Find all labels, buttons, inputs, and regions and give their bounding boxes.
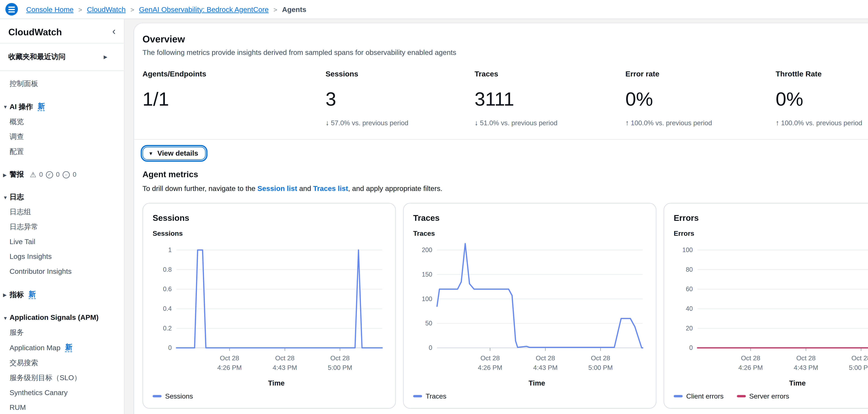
overview-title: Overview	[143, 34, 868, 45]
metric-value: 0%	[776, 88, 868, 111]
x-tick-label: Oct 28	[851, 354, 868, 362]
x-tick-label: 4:43 PM	[273, 364, 297, 371]
legend-color-dash	[153, 395, 162, 397]
breadcrumb-link[interactable]: GenAI Observability: Bedrock AgentCore	[139, 5, 269, 13]
sidebar-item-label: Live Tail	[9, 238, 35, 246]
overview-description: The following metrics provide insights d…	[143, 48, 868, 57]
traces-list-link[interactable]: Traces list	[313, 184, 348, 193]
x-axis-label: Time	[674, 379, 868, 387]
sidebar-item-label: 警报	[9, 171, 24, 178]
agent-metrics-heading: Agent metrics	[143, 169, 868, 179]
sidebar-item-label: Logs Insights	[9, 253, 52, 261]
legend-item-client-errors[interactable]: Client errors	[674, 393, 723, 400]
view-details-button[interactable]: ▼ View details	[143, 147, 206, 160]
y-tick-label: 0	[168, 344, 172, 351]
sidebar-title: CloudWatch	[8, 27, 62, 38]
legend-label: Traces	[426, 393, 446, 400]
triangle-down-icon: ▼	[3, 103, 8, 111]
y-tick-label: 0	[689, 344, 693, 351]
sidebar-item-label: Contributor Insights	[9, 268, 71, 276]
triangle-right-icon: ▶	[3, 171, 7, 179]
hamburger-menu-icon[interactable]	[5, 3, 18, 16]
triangle-right-icon: ▶	[3, 291, 7, 299]
alarm-count: 0	[56, 171, 60, 178]
sidebar-item-rum[interactable]: RUM	[0, 400, 124, 414]
x-tick-label: 5:00 PM	[588, 364, 613, 371]
metric-delta-text: 100.0% vs. previous period	[781, 119, 862, 126]
metric-delta-text: 51.0% vs. previous period	[480, 119, 557, 126]
errors-legend: Client errorsServer errors	[674, 393, 868, 400]
errors-chart-title: Errors	[674, 230, 868, 237]
divider	[134, 139, 868, 140]
sidebar-item-label: AI 操作	[9, 103, 33, 111]
collapse-sidebar-icon[interactable]: ‹	[112, 28, 116, 35]
sidebar-item-调查[interactable]: 调查	[0, 129, 124, 144]
metric-label: Throttle Rate	[776, 70, 868, 78]
x-tick-label: 4:43 PM	[533, 364, 558, 371]
x-tick-label: Oct 28	[741, 354, 760, 362]
sidebar-item-控制面板[interactable]: 控制面板	[0, 77, 124, 91]
session-list-link[interactable]: Session list	[257, 184, 297, 193]
breadcrumb-current: Agents	[282, 5, 306, 13]
metric-label: Error rate	[625, 70, 776, 78]
sidebar-item-favorites[interactable]: 收藏夹和最近访问 ▶	[0, 43, 124, 70]
sidebar-item-synthetics-canary[interactable]: Synthetics Canary	[0, 385, 124, 401]
sidebar-item-application-map[interactable]: Application Map新	[0, 340, 124, 356]
sidebar-item-contributor-insights[interactable]: Contributor Insights	[0, 264, 124, 279]
metric-value: 3	[326, 88, 475, 111]
overview-metrics: Agents/Endpoints1/1Sessions3↓57.0% vs. p…	[143, 70, 868, 127]
sidebar-item-label: 指标	[9, 291, 24, 299]
sidebar-item-服务级别目标-slo-[interactable]: 服务级别目标（SLO）	[0, 371, 124, 385]
sidebar-item-概览[interactable]: 概览	[0, 115, 124, 129]
y-tick-label: 0	[429, 344, 432, 351]
metric-error-rate: Error rate0%↑100.0% vs. previous period	[625, 70, 776, 127]
sidebar-item-指标[interactable]: ▶指标新	[0, 287, 124, 302]
metric-delta: ↓57.0% vs. previous period	[326, 119, 475, 127]
sidebar-item-配置[interactable]: 配置	[0, 144, 124, 159]
sidebar-item-label: 日志组	[9, 208, 31, 216]
sidebar-item-交易搜索[interactable]: 交易搜索	[0, 356, 124, 371]
legend-item-sessions[interactable]: Sessions	[153, 393, 193, 400]
legend-item-traces[interactable]: Traces	[413, 393, 446, 400]
x-tick-label: 5:00 PM	[328, 364, 352, 371]
x-tick-label: Oct 28	[480, 354, 500, 362]
sidebar-item-服务[interactable]: 服务	[0, 325, 124, 340]
alarm-counters: ⚠0✓0‒0	[30, 171, 76, 178]
sidebar-item-application-signals--apm-[interactable]: ▼Application Signals (APM)	[0, 310, 124, 325]
breadcrumb-separator: >	[273, 6, 277, 13]
errors-card-title: Errors	[674, 213, 868, 223]
sidebar-item-日志[interactable]: ▼日志	[0, 190, 124, 205]
sidebar-item-label: RUM	[9, 404, 26, 412]
sidebar-item-label: 配置	[9, 148, 24, 156]
arrow-down-icon: ↓	[475, 119, 478, 127]
sidebar-item-live-tail[interactable]: Live Tail	[0, 235, 124, 249]
warning-triangle-icon: ⚠	[30, 171, 36, 178]
breadcrumb-link[interactable]: Console Home	[26, 5, 73, 13]
traces-chart-title: Traces	[413, 230, 646, 237]
sidebar-item-label: 服务级别目标（SLO）	[9, 374, 81, 382]
sessions-chart-card: SessionsSessions10.80.60.40.20Oct 284:26…	[143, 203, 396, 409]
y-tick-label: 40	[686, 305, 693, 312]
sidebar-item-ai-操作[interactable]: ▼AI 操作新	[0, 99, 124, 115]
sidebar-item-label: Application Signals (APM)	[9, 314, 99, 322]
breadcrumb-link[interactable]: CloudWatch	[87, 5, 126, 13]
metric-delta-text: 57.0% vs. previous period	[331, 119, 408, 126]
sidebar-item-警报[interactable]: ▶警报⚠0✓0‒0	[0, 167, 124, 182]
legend-item-server-errors[interactable]: Server errors	[737, 393, 789, 400]
new-badge: 新	[65, 344, 72, 352]
x-tick-label: Oct 28	[796, 354, 815, 362]
sessions-card-title: Sessions	[153, 213, 386, 223]
sidebar-item-label: 调查	[9, 133, 24, 141]
sidebar-item-日志组[interactable]: 日志组	[0, 205, 124, 219]
sidebar-item-label: 日志异常	[9, 223, 38, 231]
x-tick-label: Oct 28	[220, 354, 239, 362]
sidebar-item-logs-insights[interactable]: Logs Insights	[0, 249, 124, 264]
breadcrumb-separator: >	[130, 6, 134, 13]
metric-label: Traces	[475, 70, 625, 78]
sessions-series-line	[177, 250, 382, 348]
y-tick-label: 0.2	[163, 325, 172, 332]
x-tick-label: Oct 28	[275, 354, 294, 362]
sidebar-item-日志异常[interactable]: 日志异常	[0, 219, 124, 235]
metric-throttle-rate: Throttle Rate0%↑100.0% vs. previous peri…	[776, 70, 868, 127]
y-tick-label: 1	[168, 246, 172, 254]
